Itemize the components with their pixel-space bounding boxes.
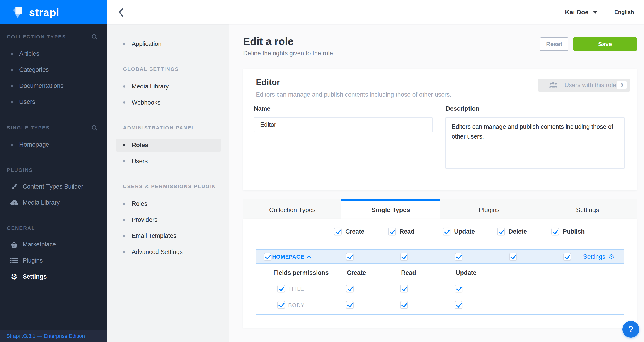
sidebar-item-users[interactable]: Users — [0, 94, 106, 110]
tab-single-types[interactable]: Single Types — [342, 199, 440, 219]
user-menu[interactable]: Kai Doe — [565, 8, 588, 16]
sidebar-item-media-library[interactable]: Media Library — [0, 195, 106, 211]
settings-nav-advanced-settings[interactable]: Advanced Settings — [116, 245, 221, 258]
page-title: Edit a role — [243, 35, 294, 47]
tab-settings[interactable]: Settings — [538, 199, 637, 219]
settings-group-users-permissions: USERS & PERMISSIONS PLUGIN — [123, 183, 222, 189]
tab-plugins[interactable]: Plugins — [440, 199, 538, 219]
main-sidebar: strapi COLLECTION TYPES Articles Categor… — [0, 0, 106, 342]
settings-nav-users[interactable]: Users — [116, 155, 221, 168]
homepage-publish-checkbox[interactable] — [563, 253, 571, 261]
sidebar-item-marketplace[interactable]: Marketplace — [0, 236, 106, 253]
create-checkbox[interactable] — [334, 228, 342, 235]
section-header-single-types: SINGLE TYPES — [7, 125, 98, 131]
publish-checkbox[interactable] — [551, 228, 559, 235]
tab-collection-types[interactable]: Collection Types — [243, 199, 342, 219]
bullet-icon — [11, 53, 13, 55]
global-action-update: Update — [443, 228, 475, 235]
update-checkbox[interactable] — [443, 228, 450, 235]
reset-button[interactable]: Reset — [540, 37, 568, 51]
homepage-checkbox[interactable] — [264, 253, 272, 261]
chevron-up-icon[interactable] — [306, 255, 311, 259]
chevron-down-icon[interactable] — [593, 11, 598, 13]
permissions-body: Create Read Update Delete Publish HOM — [243, 219, 637, 328]
section-header-plugins: PLUGINS — [7, 167, 98, 173]
description-textarea[interactable]: Editors can manage and publish contents … — [445, 118, 625, 169]
title-checkbox[interactable] — [277, 285, 285, 292]
users-with-role-label: Users with this role — [564, 82, 617, 89]
permissions-tabs: Collection Types Single Types Plugins Se… — [243, 199, 637, 219]
search-icon[interactable] — [91, 125, 98, 131]
settings-sidebar: Application GLOBAL SETTINGS Media Librar… — [106, 24, 229, 342]
field-label: TITLE — [288, 286, 304, 292]
homepage-create-checkbox[interactable] — [346, 253, 354, 261]
body-read-checkbox[interactable] — [400, 301, 408, 309]
bullet-icon — [123, 219, 125, 221]
back-button[interactable] — [106, 0, 136, 24]
sidebar-item-content-types-builder[interactable]: Content-Types Builder — [0, 178, 106, 195]
body-update-checkbox[interactable] — [455, 301, 462, 309]
section-header-collection-types: COLLECTION TYPES — [7, 33, 98, 40]
body-checkbox[interactable] — [277, 301, 285, 309]
global-action-delete: Delete — [497, 228, 527, 235]
delete-checkbox[interactable] — [497, 228, 505, 235]
fields-permissions-header: Fields permissions — [273, 269, 329, 276]
bullet-icon — [11, 85, 13, 87]
field-row-body: BODY — [256, 301, 624, 309]
global-action-read: Read — [388, 228, 414, 235]
search-icon[interactable] — [91, 33, 98, 40]
cloud-upload-icon — [8, 199, 20, 206]
settings-nav-up-roles[interactable]: Roles — [116, 197, 221, 210]
topbar: Kai Doe English — [106, 0, 644, 24]
settings-nav-roles[interactable]: Roles — [116, 139, 221, 152]
save-button[interactable]: Save — [573, 37, 637, 51]
update-column-header: Update — [456, 269, 476, 276]
title-update-checkbox[interactable] — [455, 285, 462, 292]
language-selector[interactable]: English — [614, 9, 634, 15]
settings-group-admin-panel: ADMINISTRATION PANEL — [123, 125, 222, 131]
homepage-read-checkbox[interactable] — [400, 253, 408, 261]
logo-bar[interactable]: strapi — [0, 0, 106, 24]
basket-icon — [8, 241, 20, 248]
bullet-icon — [123, 160, 125, 162]
homepage-label[interactable]: HOMEPAGE — [272, 254, 304, 260]
bullet-icon — [123, 85, 125, 88]
bullet-icon — [11, 69, 13, 71]
settings-nav-application[interactable]: Application — [116, 37, 221, 50]
sidebar-item-settings[interactable]: ⚙ Settings — [0, 269, 106, 285]
settings-nav-providers[interactable]: Providers — [116, 213, 221, 226]
role-name-heading: Editor — [256, 78, 280, 87]
settings-nav-email-templates[interactable]: Email Templates — [116, 229, 221, 242]
sidebar-item-documentations[interactable]: Documentations — [0, 78, 106, 94]
read-column-header: Read — [401, 269, 416, 276]
brush-icon — [8, 183, 20, 190]
help-button[interactable]: ? — [622, 321, 639, 338]
users-with-role-count: 3 — [617, 81, 627, 89]
name-input[interactable] — [254, 118, 433, 132]
field-label: BODY — [288, 302, 304, 309]
settings-nav-webhooks[interactable]: Webhooks — [116, 96, 221, 109]
users-icon — [548, 82, 558, 89]
sidebar-item-homepage[interactable]: Homepage — [0, 137, 106, 153]
title-create-checkbox[interactable] — [346, 285, 354, 292]
homepage-settings-link[interactable]: Settings ⚙ — [583, 250, 614, 263]
gear-icon: ⚙ — [608, 253, 614, 260]
settings-nav-media-library[interactable]: Media Library — [116, 80, 221, 93]
role-description-text: Editors can manage and publish contents … — [256, 91, 452, 98]
name-label: Name — [254, 105, 270, 112]
title-read-checkbox[interactable] — [400, 285, 408, 292]
sidebar-item-articles[interactable]: Articles — [0, 46, 106, 62]
body-create-checkbox[interactable] — [346, 301, 354, 309]
bullet-icon — [123, 101, 125, 104]
list-icon — [8, 258, 20, 264]
sidebar-item-plugins[interactable]: Plugins — [0, 253, 106, 269]
homepage-update-checkbox[interactable] — [455, 253, 462, 261]
description-label: Description — [446, 105, 480, 112]
version-footer[interactable]: Strapi v3.3.1 — Enterprise Edition — [0, 330, 106, 342]
users-with-role-button[interactable]: Users with this role 3 — [538, 79, 630, 92]
homepage-delete-checkbox[interactable] — [509, 253, 517, 261]
read-checkbox[interactable] — [388, 228, 396, 235]
bullet-icon — [123, 235, 125, 237]
global-action-create: Create — [334, 228, 364, 235]
sidebar-item-categories[interactable]: Categories — [0, 62, 106, 78]
